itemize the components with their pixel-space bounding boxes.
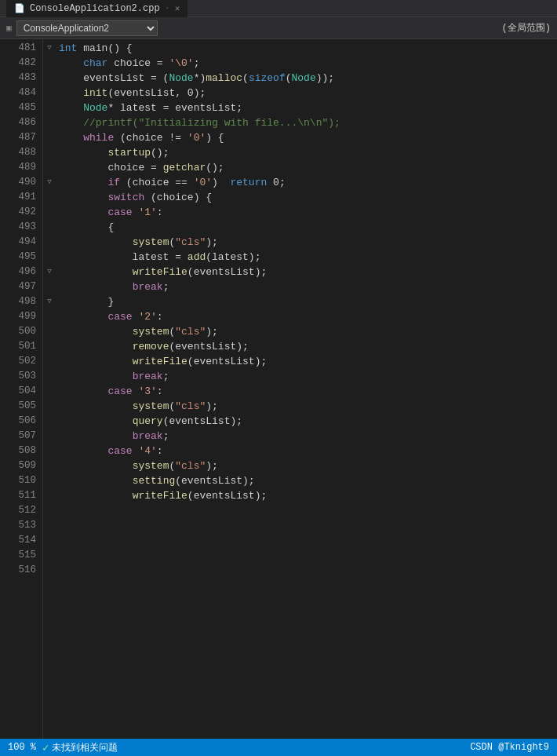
collapse-spacer bbox=[43, 548, 56, 563]
collapse-spacer bbox=[43, 518, 56, 533]
code-area: 4814824834844854864874884894904914924934… bbox=[0, 39, 557, 739]
line-number: 514 bbox=[6, 533, 36, 548]
code-line: latest = add(latest); bbox=[59, 250, 557, 265]
collapse-spacer bbox=[43, 473, 56, 488]
collapse-spacer bbox=[43, 115, 56, 130]
collapse-spacer bbox=[43, 399, 56, 414]
code-line: if (choice == '0') return 0; bbox=[59, 175, 557, 190]
line-number: 492 bbox=[6, 205, 36, 220]
close-button[interactable]: ✕ bbox=[175, 3, 180, 13]
line-number: 501 bbox=[6, 339, 36, 354]
collapse-spacer bbox=[43, 86, 56, 100]
tab-separator: · bbox=[165, 3, 170, 14]
collapse-spacer bbox=[43, 339, 56, 354]
code-line: query(eventsList); bbox=[59, 414, 557, 429]
collapse-spacer bbox=[43, 71, 56, 86]
file-icon: 📄 bbox=[14, 3, 25, 13]
collapse-spacer bbox=[43, 324, 56, 339]
collapse-marker[interactable]: ▽ bbox=[43, 265, 56, 279]
code-line: //printf("Initializing with file...\n\n"… bbox=[59, 115, 557, 130]
line-number: 500 bbox=[6, 324, 36, 339]
code-line: break; bbox=[59, 369, 557, 384]
title-bar: 📄 ConsoleApplication2.cpp · ✕ bbox=[0, 0, 557, 17]
line-number: 507 bbox=[6, 429, 36, 444]
file-tab[interactable]: 📄 ConsoleApplication2.cpp · ✕ bbox=[6, 0, 187, 17]
code-line: break; bbox=[59, 429, 557, 444]
line-number: 489 bbox=[6, 160, 36, 175]
code-line: case '3': bbox=[59, 384, 557, 399]
code-line: { bbox=[59, 220, 557, 235]
line-number: 488 bbox=[6, 145, 36, 160]
code-line: int main() { bbox=[59, 41, 557, 56]
status-bar: 100 % ✓ 未找到相关问题 CSDN @Tknight9 bbox=[0, 739, 557, 756]
line-number: 483 bbox=[6, 71, 36, 86]
collapse-spacer bbox=[43, 190, 56, 205]
line-number: 497 bbox=[6, 279, 36, 294]
line-number: 486 bbox=[6, 115, 36, 130]
line-number: 511 bbox=[6, 488, 36, 503]
line-number: 505 bbox=[6, 399, 36, 414]
collapse-spacer bbox=[43, 354, 56, 369]
collapse-spacer bbox=[43, 369, 56, 384]
code-line: char choice = '\0'; bbox=[59, 56, 557, 71]
line-number: 515 bbox=[6, 548, 36, 563]
collapse-spacer bbox=[43, 444, 56, 458]
line-number: 502 bbox=[6, 354, 36, 369]
line-number: 503 bbox=[6, 369, 36, 384]
collapse-spacer bbox=[43, 205, 56, 220]
collapse-spacer bbox=[43, 100, 56, 115]
zoom-level: 100 % bbox=[8, 742, 36, 753]
line-number: 494 bbox=[6, 235, 36, 250]
line-number: 510 bbox=[6, 473, 36, 488]
line-number: 481 bbox=[6, 41, 36, 56]
line-number: 493 bbox=[6, 220, 36, 235]
code-line: case '2': bbox=[59, 309, 557, 324]
line-number: 504 bbox=[6, 384, 36, 399]
collapse-spacer bbox=[43, 235, 56, 250]
collapse-marker[interactable]: ▽ bbox=[43, 41, 56, 56]
code-line: system("cls"); bbox=[59, 324, 557, 339]
collapse-column: ▽▽▽▽ bbox=[43, 39, 56, 739]
collapse-spacer bbox=[43, 145, 56, 160]
collapse-marker[interactable]: ▽ bbox=[43, 294, 56, 309]
code-line: eventsList = (Node*)malloc(sizeof(Node))… bbox=[59, 71, 557, 86]
line-number: 509 bbox=[6, 458, 36, 473]
collapse-spacer bbox=[43, 414, 56, 429]
csdn-credit: CSDN @Tknight9 bbox=[470, 742, 549, 753]
code-line: remove(eventsList); bbox=[59, 339, 557, 354]
line-number: 498 bbox=[6, 294, 36, 309]
line-number: 487 bbox=[6, 130, 36, 145]
collapse-spacer bbox=[43, 160, 56, 175]
collapse-spacer bbox=[43, 130, 56, 145]
line-number: 482 bbox=[6, 56, 36, 71]
collapse-spacer bbox=[43, 488, 56, 503]
collapse-spacer bbox=[43, 384, 56, 399]
line-numbers: 4814824834844854864874884894904914924934… bbox=[0, 39, 43, 739]
line-number: 506 bbox=[6, 414, 36, 429]
tab-filename: ConsoleApplication2.cpp bbox=[30, 3, 160, 14]
code-line: system("cls"); bbox=[59, 399, 557, 414]
collapse-spacer bbox=[43, 563, 56, 578]
line-number: 513 bbox=[6, 518, 36, 533]
collapse-spacer bbox=[43, 503, 56, 518]
collapse-spacer bbox=[43, 279, 56, 294]
code-line: init(eventsList, 0); bbox=[59, 86, 557, 100]
status-warning: ✓ 未找到相关问题 bbox=[42, 741, 118, 754]
collapse-spacer bbox=[43, 429, 56, 444]
warning-icon: ✓ bbox=[42, 741, 49, 754]
collapse-spacer bbox=[43, 309, 56, 324]
line-number: 496 bbox=[6, 265, 36, 279]
toolbar-right: (全局范围) bbox=[502, 21, 551, 35]
code-line: writeFile(eventsList); bbox=[59, 488, 557, 503]
collapse-spacer bbox=[43, 250, 56, 265]
warning-text: 未找到相关问题 bbox=[52, 741, 118, 754]
code-line: Node* latest = eventsList; bbox=[59, 100, 557, 115]
code-line: } bbox=[59, 294, 557, 309]
code-line: choice = getchar(); bbox=[59, 160, 557, 175]
collapse-spacer bbox=[43, 220, 56, 235]
collapse-marker[interactable]: ▽ bbox=[43, 175, 56, 190]
project-select[interactable]: ConsoleApplication2 bbox=[16, 20, 158, 36]
line-number: 516 bbox=[6, 563, 36, 578]
collapse-spacer bbox=[43, 56, 56, 71]
line-number: 490 bbox=[6, 175, 36, 190]
